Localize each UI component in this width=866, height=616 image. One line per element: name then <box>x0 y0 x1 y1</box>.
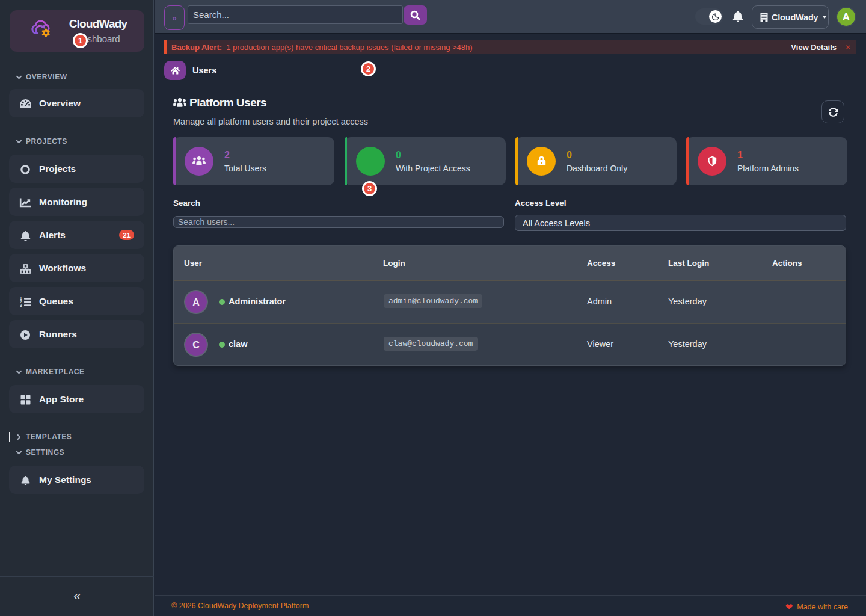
svg-text:3: 3 <box>20 303 22 307</box>
